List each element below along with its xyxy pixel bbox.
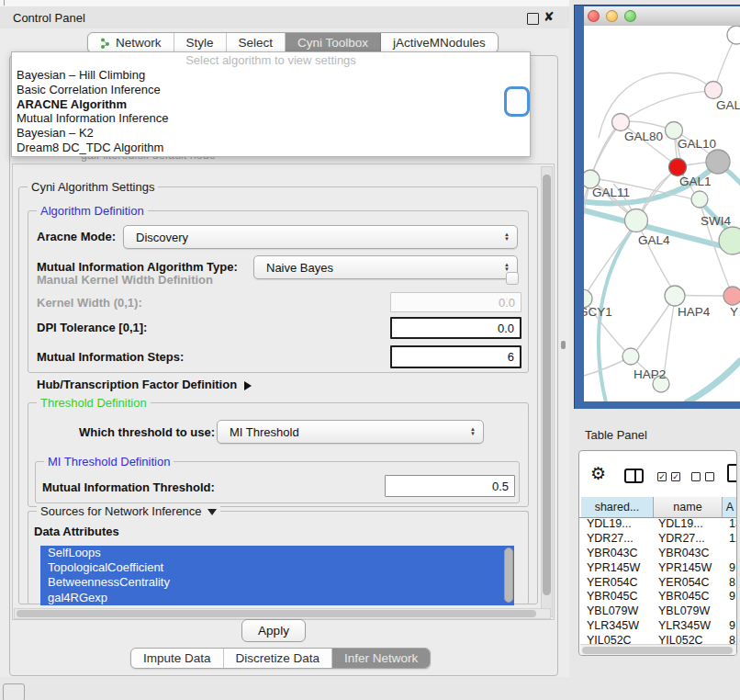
- column-header-name[interactable]: name: [654, 497, 723, 517]
- minimize-traffic-light-icon[interactable]: [606, 10, 618, 22]
- show-columns-icon[interactable]: [624, 469, 644, 483]
- network-node[interactable]: [727, 26, 740, 44]
- attribute-item[interactable]: BetweennessCentrality: [40, 575, 514, 590]
- cell-shared-name: YBR043C: [587, 547, 638, 561]
- table-settings-gear-icon[interactable]: ⚙: [590, 465, 606, 482]
- table-row[interactable]: YBR043CYBR043C: [579, 547, 737, 561]
- table-scrollbar-thumb[interactable]: [582, 647, 733, 654]
- cell-name: YPR145W: [658, 561, 712, 576]
- network-node[interactable]: [691, 191, 708, 208]
- settings-horizontal-scrollbar[interactable]: [14, 608, 551, 619]
- algorithm-option[interactable]: Mutual Information Inference: [12, 111, 530, 126]
- network-window-titlebar[interactable]: [584, 6, 740, 27]
- node-label: GAL80: [624, 130, 663, 143]
- collapse-down-icon: [207, 509, 217, 515]
- hub-definition-section[interactable]: Hub/Transcription Factor Definition: [37, 378, 252, 391]
- tab-infer-network[interactable]: Infer Network: [332, 649, 430, 668]
- network-node[interactable]: [669, 159, 687, 176]
- table-row[interactable]: YPR145WYPR145W9.: [579, 561, 737, 576]
- close-traffic-light-icon[interactable]: [588, 10, 600, 22]
- cell-shared-name: YBR045C: [587, 590, 638, 604]
- table-panel-title: Table Panel: [585, 428, 647, 442]
- network-node[interactable]: [705, 82, 723, 99]
- mi-threshold-label: Mutual Information Threshold:: [42, 480, 215, 494]
- table-row[interactable]: YDR27...YDR27...12: [579, 532, 737, 547]
- mi-steps-field[interactable]: [390, 345, 521, 368]
- attribute-item[interactable]: TopologicalCoefficient: [40, 560, 514, 575]
- cell-shared-name: YLR345W: [587, 619, 639, 634]
- network-canvas[interactable]: GALGAL80GAL10GAL1GAL11SWI4GAL4GCY1HAP4YH…: [584, 26, 740, 401]
- kernel-width-field[interactable]: [390, 292, 521, 312]
- data-attributes-list: SelfLoopsTopologicalCoefficientBetweenne…: [40, 546, 514, 605]
- tab-impute-data[interactable]: Impute Data: [131, 649, 224, 668]
- mi-threshold-field[interactable]: [385, 475, 515, 497]
- close-icon[interactable]: ✘: [544, 9, 555, 24]
- table-row[interactable]: YER054CYER054C8.: [579, 576, 737, 591]
- dpi-tolerance-field[interactable]: [390, 317, 521, 339]
- mi-steps-label: Mutual Information Steps:: [37, 350, 184, 364]
- tab-network[interactable]: Network: [88, 33, 174, 52]
- algorithm-option[interactable]: ARACNE Algorithm: [12, 97, 530, 112]
- settings-vertical-scrollbar[interactable]: [541, 166, 553, 617]
- vertical-scrollbar-thumb[interactable]: [543, 175, 551, 595]
- algorithm-option[interactable]: Bayesian – K2: [12, 126, 530, 141]
- table-header-row: shared...nameA: [579, 497, 737, 518]
- tab-label: Select: [239, 36, 274, 50]
- panel-divider-handle[interactable]: [561, 341, 566, 349]
- kernel-width-label: Kernel Width (0,1):: [37, 296, 142, 310]
- network-node[interactable]: [625, 209, 648, 232]
- table-horizontal-scrollbar[interactable]: [580, 644, 736, 655]
- minimized-panel-icon[interactable]: [3, 683, 25, 700]
- cell-name: YBR043C: [658, 547, 710, 561]
- select-all-checkbox-icon[interactable]: ✓: [671, 472, 680, 481]
- tab-select[interactable]: Select: [227, 33, 286, 52]
- algorithm-option[interactable]: Bayesian – Hill Climbing: [12, 68, 530, 83]
- network-node[interactable]: [719, 227, 740, 254]
- algorithm-option[interactable]: Dream8 DC_TDC Algorithm: [12, 141, 530, 155]
- network-edge: [584, 180, 590, 299]
- algorithm-option[interactable]: Basic Correlation Inference: [12, 83, 530, 97]
- aracne-mode-combo[interactable]: Discovery ▲▼: [123, 225, 518, 249]
- deselect-all-checkbox-icon[interactable]: [705, 472, 714, 481]
- network-node[interactable]: [622, 348, 639, 365]
- horizontal-scrollbar-thumb[interactable]: [17, 610, 536, 617]
- tab-cyni-toolbox[interactable]: Cyni Toolbox: [286, 33, 381, 52]
- export-table-icon[interactable]: [727, 464, 737, 482]
- network-node[interactable]: [723, 287, 740, 305]
- cell-name: YBL079W: [658, 604, 710, 619]
- attribute-item[interactable]: SelfLoops: [40, 546, 514, 560]
- combo-focus-ring[interactable]: [504, 86, 530, 117]
- cell-name: YLR345W: [658, 619, 711, 634]
- node-label: GAL11: [592, 186, 630, 199]
- deselect-all-checkbox-icon[interactable]: [691, 472, 701, 481]
- table-row[interactable]: YDL19...YDL19...13: [579, 517, 737, 532]
- zoom-traffic-light-icon[interactable]: [624, 10, 636, 22]
- tab-discretize-data[interactable]: Discretize Data: [224, 649, 333, 668]
- sources-title-row[interactable]: Sources for Network Inference: [37, 504, 220, 518]
- algorithm-definition-title: Algorithm Definition: [37, 204, 148, 218]
- apply-button[interactable]: Apply: [241, 619, 306, 642]
- network-edge: [590, 122, 621, 178]
- attribute-item[interactable]: gal4RGexp: [40, 591, 514, 605]
- cell-shared-name: YDL19...: [587, 517, 632, 532]
- network-node[interactable]: [706, 150, 730, 174]
- tab-jactivemnodules[interactable]: jActiveMNodules: [381, 33, 498, 52]
- network-node[interactable]: [665, 286, 685, 306]
- sources-title: Sources for Network Inference: [40, 504, 202, 518]
- which-threshold-value: MI Threshold: [230, 425, 299, 439]
- mi-algorithm-type-combo[interactable]: Naive Bayes ▲▼: [253, 255, 518, 279]
- manual-kernel-width-checkbox[interactable]: [506, 272, 519, 285]
- which-threshold-combo[interactable]: MI Threshold ▲▼: [217, 420, 484, 444]
- float-window-icon[interactable]: [527, 13, 539, 25]
- list-scrollbar-thumb[interactable]: [504, 548, 513, 603]
- node-label: SWI4: [701, 214, 731, 228]
- table-row[interactable]: YBL079WYBL079W: [579, 604, 737, 619]
- data-attributes-label: Data Attributes: [34, 525, 119, 538]
- select-all-checkbox-icon[interactable]: ✓: [657, 472, 667, 481]
- network-node[interactable]: [612, 114, 630, 131]
- table-row[interactable]: YBR045CYBR045C9.: [579, 590, 737, 604]
- column-header-shared[interactable]: shared...: [581, 497, 654, 517]
- column-header-A[interactable]: A: [723, 497, 737, 517]
- tab-style[interactable]: Style: [174, 33, 227, 52]
- table-row[interactable]: YLR345WYLR345W9.: [579, 619, 737, 634]
